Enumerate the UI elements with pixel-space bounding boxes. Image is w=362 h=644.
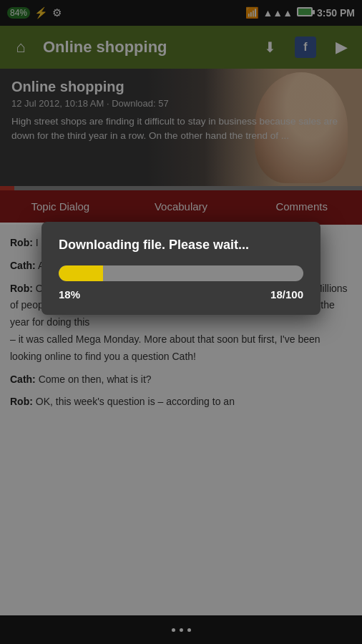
progress-percent-label: 18% [59, 288, 80, 301]
dialog-title: Downloading file. Please wait... [59, 238, 303, 253]
progress-labels: 18% 18/100 [59, 288, 303, 301]
progress-count-label: 18/100 [270, 288, 303, 301]
download-dialog: Downloading file. Please wait... 18% 18/… [41, 222, 321, 315]
progress-bar-fill [59, 265, 103, 281]
progress-bar-container [59, 265, 303, 281]
dialog-overlay: Downloading file. Please wait... 18% 18/… [0, 0, 362, 644]
